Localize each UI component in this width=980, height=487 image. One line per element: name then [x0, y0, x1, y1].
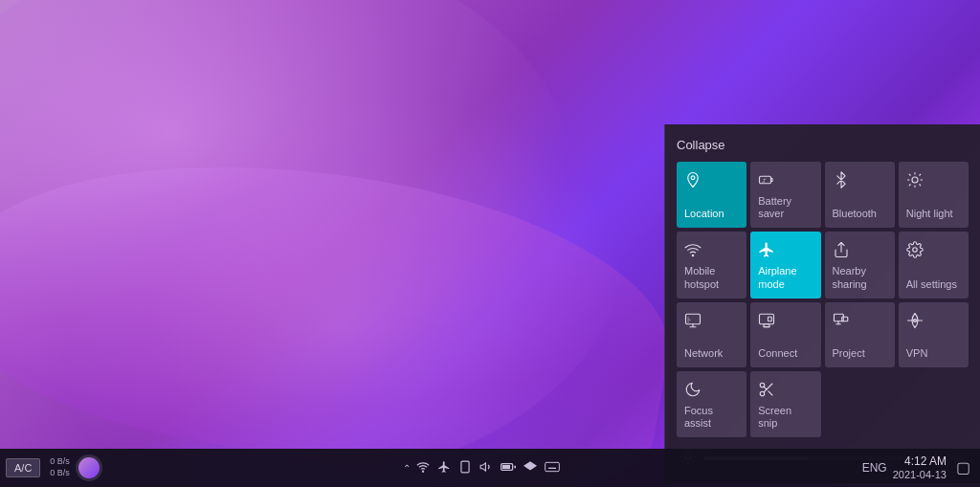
- tile-location[interactable]: Location: [677, 162, 746, 228]
- svg-line-18: [768, 391, 772, 395]
- svg-point-1: [912, 177, 918, 183]
- collapse-button[interactable]: Collapse: [677, 138, 725, 152]
- tile-nearby-sharing-label: Nearby sharing: [833, 265, 887, 290]
- tile-mobile-hotspot[interactable]: Mobile hotspot: [677, 232, 746, 298]
- scissors-icon: [758, 381, 775, 401]
- tile-focus-assist[interactable]: Focus assist: [677, 371, 746, 437]
- tile-hotspot-label: Mobile hotspot: [684, 265, 739, 290]
- tray-phone-icon[interactable]: [457, 458, 474, 478]
- svg-marker-32: [480, 462, 485, 470]
- svg-rect-9: [768, 317, 772, 321]
- tray-battery-icon[interactable]: [499, 458, 518, 478]
- svg-rect-30: [461, 461, 469, 473]
- battery-icon: [758, 171, 775, 191]
- tile-connect[interactable]: Connect: [750, 302, 820, 367]
- tile-network-label: Network: [684, 347, 723, 360]
- tile-project-label: Project: [833, 347, 865, 360]
- vpn-icon: [906, 312, 924, 332]
- tile-bluetooth-label: Bluetooth: [833, 208, 877, 220]
- network-download: 0 B/s: [50, 468, 70, 479]
- tile-empty-2: [899, 371, 969, 437]
- tile-vpn-label: VPN: [906, 347, 928, 360]
- taskbar-center: ⌃: [403, 458, 562, 478]
- action-center: Collapse Location Battery saver Bluetoot…: [664, 124, 980, 483]
- language-indicator[interactable]: ENG: [862, 461, 887, 475]
- tile-connect-label: Connect: [758, 347, 797, 360]
- location-icon: [684, 171, 702, 191]
- svg-point-29: [422, 471, 423, 472]
- tray-expand-chevron[interactable]: ⌃: [403, 463, 411, 474]
- clock-time: 4:12 AM: [904, 454, 947, 468]
- svg-point-4: [913, 248, 918, 253]
- clock-area[interactable]: 4:12 AM 2021-04-13: [893, 454, 947, 481]
- project-icon: [833, 312, 850, 332]
- tiles-row-2: Mobile hotspot Airplane mode Nearby shar…: [677, 232, 969, 298]
- tile-night-light[interactable]: Night light: [899, 162, 969, 228]
- nearby-sharing-icon: [833, 241, 850, 261]
- clock-date: 2021-04-13: [893, 469, 947, 481]
- network-upload: 0 B/s: [50, 456, 70, 468]
- tray-dropbox-icon[interactable]: [522, 458, 539, 478]
- tile-airplane-label: Airplane mode: [758, 265, 813, 290]
- svg-rect-35: [502, 465, 510, 469]
- network-stats: 0 B/s 0 B/s: [50, 456, 70, 478]
- svg-rect-5: [686, 314, 701, 324]
- tile-all-settings-label: All settings: [906, 278, 957, 291]
- tile-vpn[interactable]: VPN: [899, 302, 969, 367]
- hotspot-icon: [684, 241, 702, 261]
- tile-battery-label: Battery saver: [758, 195, 813, 220]
- tray-volume-icon[interactable]: [478, 458, 495, 478]
- svg-line-19: [764, 387, 767, 389]
- wallpaper-wave: [0, 111, 689, 487]
- connect-icon: [758, 312, 775, 332]
- settings-icon: [906, 241, 924, 261]
- ac-button[interactable]: A/C: [6, 458, 40, 477]
- tiles-row-4: Focus assist Screen snip: [677, 371, 969, 437]
- tiles-row-3: Network Connect Project VPN: [677, 302, 969, 367]
- tray-wifi-icon[interactable]: [414, 458, 432, 478]
- tiles-row-1: Location Battery saver Bluetooth Night l…: [677, 162, 969, 228]
- user-avatar[interactable]: [76, 454, 102, 481]
- tile-project[interactable]: Project: [825, 302, 895, 367]
- tile-location-label: Location: [684, 208, 724, 220]
- tile-battery-saver[interactable]: Battery saver: [750, 162, 820, 228]
- moon-icon: [684, 381, 702, 401]
- tray-airplane-icon[interactable]: [435, 458, 453, 478]
- svg-rect-11: [841, 317, 847, 321]
- taskbar: A/C 0 B/s 0 B/s ⌃: [0, 449, 980, 487]
- tile-airplane-mode[interactable]: Airplane mode: [750, 232, 820, 298]
- taskbar-left: A/C 0 B/s 0 B/s: [6, 454, 102, 481]
- svg-rect-36: [545, 462, 559, 471]
- notification-icon[interactable]: ▢: [952, 456, 974, 478]
- airplane-icon: [758, 241, 775, 261]
- svg-point-2: [692, 255, 694, 257]
- night-light-icon: [906, 171, 924, 191]
- tile-empty-1: [825, 371, 895, 437]
- tile-bluetooth[interactable]: Bluetooth: [825, 162, 895, 228]
- bluetooth-icon: [833, 171, 850, 191]
- tile-network[interactable]: Network: [677, 302, 746, 367]
- avatar-image: [78, 457, 100, 478]
- tile-all-settings[interactable]: All settings: [899, 232, 969, 298]
- tray-keyboard-icon[interactable]: [543, 458, 562, 477]
- tile-nearby-sharing[interactable]: Nearby sharing: [825, 232, 895, 298]
- tile-focus-assist-label: Focus assist: [684, 405, 739, 430]
- tile-screen-snip[interactable]: Screen snip: [750, 371, 820, 437]
- taskbar-right: ENG 4:12 AM 2021-04-13 ▢: [862, 454, 974, 481]
- tile-night-light-label: Night light: [906, 208, 953, 220]
- network-icon: [684, 312, 702, 332]
- svg-rect-0: [760, 176, 771, 184]
- tile-screen-snip-label: Screen snip: [758, 405, 813, 430]
